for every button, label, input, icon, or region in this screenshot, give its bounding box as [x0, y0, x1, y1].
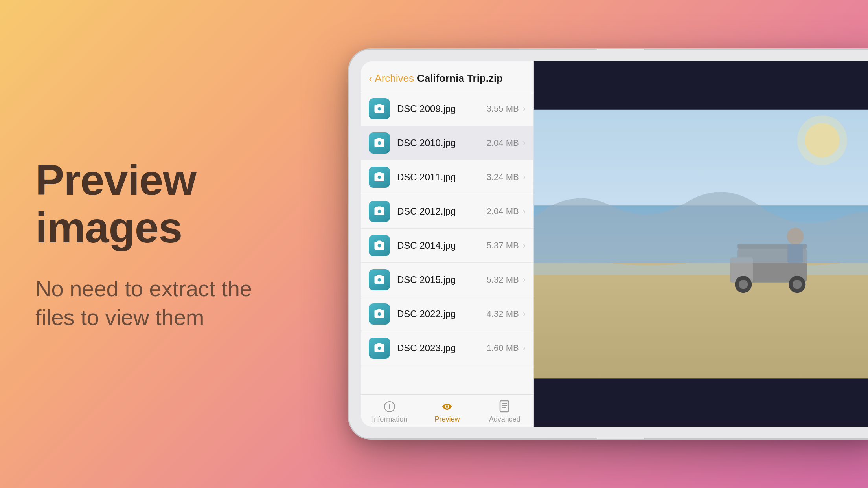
file-size-2012: 2.04 MB: [487, 206, 519, 216]
preview-panel: [534, 61, 868, 427]
subtitle: No need to extract thefiles to view them: [35, 275, 271, 332]
file-item-2012[interactable]: DSC 2012.jpg 2.04 MB ›: [361, 194, 533, 229]
file-chevron-2014: ›: [523, 240, 526, 251]
file-item-2023[interactable]: DSC 2023.jpg 1.60 MB ›: [361, 331, 533, 365]
back-chevron-icon: ‹: [369, 73, 372, 84]
camera-icon: [373, 274, 385, 286]
back-button[interactable]: ‹ Archives: [369, 72, 414, 84]
file-item-2009[interactable]: DSC 2009.jpg 3.55 MB ›: [361, 92, 533, 126]
svg-point-17: [797, 115, 847, 165]
camera-icon: [373, 103, 385, 115]
tab-bar: i Information Preview: [361, 394, 533, 427]
file-size-2023: 1.60 MB: [487, 343, 519, 353]
camera-icon: [373, 342, 385, 354]
file-icon-2014: [369, 235, 390, 256]
file-chevron-2015: ›: [523, 275, 526, 285]
nav-header: ‹ Archives California Trip.zip: [361, 61, 533, 92]
file-icon-2010: [369, 132, 390, 154]
preview-tab-icon: [440, 400, 454, 414]
svg-rect-0: [500, 401, 509, 412]
file-size-2015: 5.32 MB: [487, 275, 519, 285]
file-icon-2009: [369, 98, 390, 119]
file-item-2022[interactable]: DSC 2022.jpg 4.32 MB ›: [361, 297, 533, 331]
file-size-2022: 4.32 MB: [487, 309, 519, 319]
svg-point-10: [739, 280, 748, 289]
file-chevron-2011: ›: [523, 172, 526, 182]
file-size-2009: 3.55 MB: [487, 104, 519, 114]
tab-advanced-label: Advanced: [489, 415, 520, 424]
file-name-2015: DSC 2015.jpg: [397, 274, 456, 285]
file-name-2009: DSC 2009.jpg: [397, 103, 456, 114]
main-title: Preview images: [35, 156, 271, 251]
file-size-2014: 5.37 MB: [487, 240, 519, 251]
file-name-2012: DSC 2012.jpg: [397, 206, 456, 217]
camera-icon: [373, 205, 385, 217]
camera-icon: [373, 171, 385, 183]
ipad-screen: ‹ Archives California Trip.zip: [361, 61, 868, 427]
file-item-2014[interactable]: DSC 2014.jpg 5.37 MB ›: [361, 229, 533, 263]
file-name-2023: DSC 2023.jpg: [397, 343, 456, 354]
file-icon-2015: [369, 269, 390, 290]
information-tab-icon: i: [383, 400, 397, 414]
camera-icon: [373, 137, 385, 149]
file-chevron-2010: ›: [523, 138, 526, 148]
tab-preview-label: Preview: [434, 415, 460, 424]
file-list-scroll[interactable]: DSC 2009.jpg 3.55 MB ›: [361, 92, 533, 394]
file-name-2010: DSC 2010.jpg: [397, 138, 456, 149]
file-chevron-2023: ›: [523, 343, 526, 353]
ipad-body: ‹ Archives California Trip.zip: [349, 50, 868, 438]
file-item-2010[interactable]: DSC 2010.jpg 2.04 MB ›: [361, 126, 533, 160]
file-icon-2023: [369, 338, 390, 359]
beach-preview-image: [534, 61, 868, 427]
camera-icon: [373, 308, 385, 320]
eye-icon: [441, 402, 453, 411]
file-chevron-2012: ›: [523, 206, 526, 216]
camera-icon: [373, 240, 385, 251]
svg-point-12: [793, 280, 802, 289]
breadcrumb-archives: Archives: [375, 72, 414, 84]
file-chevron-2009: ›: [523, 104, 526, 114]
file-list-panel: ‹ Archives California Trip.zip: [361, 61, 534, 427]
advanced-tab-icon: [498, 400, 512, 414]
file-icon-2022: [369, 303, 390, 325]
tab-preview[interactable]: Preview: [418, 400, 476, 424]
ipad-mockup: ‹ Archives California Trip.zip: [349, 50, 868, 438]
left-section: Preview images No need to extract thefil…: [35, 156, 271, 332]
file-name-2011: DSC 2011.jpg: [397, 172, 456, 183]
info-circle-icon: i: [384, 401, 395, 412]
file-chevron-2022: ›: [523, 309, 526, 319]
breadcrumb-current: California Trip.zip: [417, 72, 503, 84]
tab-information-label: Information: [372, 415, 407, 424]
file-icon-2012: [369, 201, 390, 222]
file-size-2010: 2.04 MB: [487, 138, 519, 148]
file-size-2011: 3.24 MB: [487, 172, 519, 182]
file-name-2022: DSC 2022.jpg: [397, 308, 456, 319]
file-icon-2011: [369, 167, 390, 188]
file-name-2014: DSC 2014.jpg: [397, 240, 456, 251]
svg-rect-6: [534, 263, 868, 378]
document-icon: [499, 400, 510, 413]
tab-advanced[interactable]: Advanced: [476, 400, 533, 424]
tab-information[interactable]: i Information: [361, 400, 418, 424]
file-item-2011[interactable]: DSC 2011.jpg 3.24 MB ›: [361, 160, 533, 194]
file-item-2015[interactable]: DSC 2015.jpg 5.32 MB ›: [361, 263, 533, 297]
